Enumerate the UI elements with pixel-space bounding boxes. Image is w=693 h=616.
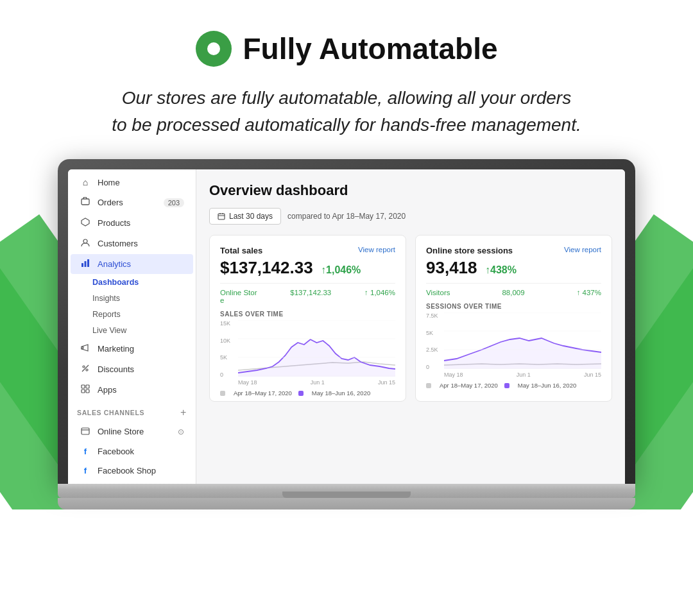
sessions-detail-label: Visitors [426, 289, 450, 296]
sidebar-item-products[interactable]: Products [71, 213, 193, 233]
y-label-5k-s: 5K [426, 330, 438, 336]
sidebar-item-apps[interactable]: Apps [71, 380, 193, 400]
laptop-screen: ⌂ Home Orders 203 Products [68, 169, 625, 484]
sessions-chart-label: SESSIONS OVER TIME [426, 303, 601, 310]
apps-icon [80, 384, 91, 395]
total-sales-view-report[interactable]: View report [358, 246, 395, 253]
online-store-icon [80, 426, 91, 437]
sidebar-sub-label-insights: Insights [92, 294, 120, 303]
sessions-value: 93,418 [426, 258, 477, 277]
subtitle-line1: Our stores are fully automatable, allowi… [122, 88, 571, 108]
sidebar-item-facebook[interactable]: f Facebook [71, 442, 193, 461]
sales-chart: 15K 10K 5K 0 [220, 320, 395, 391]
total-sales-title: Total sales [220, 246, 262, 255]
calendar-icon [218, 212, 225, 220]
sessions-title: Online store sessions [426, 246, 513, 255]
sidebar-sub-dashboards[interactable]: Dashboards [71, 275, 193, 290]
legend-dot-curr-sessions [504, 383, 509, 388]
sales-chart-svg [238, 320, 395, 378]
sales-chart-label: SALES OVER TIME [220, 311, 395, 318]
sales-chart-legend: Apr 18–May 17, 2020 May 18–Jun 16, 2020 [220, 389, 395, 397]
svg-rect-9 [81, 385, 85, 388]
page-title: Fully Automatable [243, 31, 498, 66]
sidebar-sub-label-reports: Reports [92, 310, 121, 319]
svg-point-8 [86, 369, 88, 371]
sidebar-item-online-store[interactable]: Online Store ⊙ [71, 422, 193, 441]
sessions-detail-value: 88,009 [502, 289, 524, 296]
page-header: Fully Automatable [0, 0, 693, 67]
sessions-percent: ↑438% [485, 264, 517, 275]
sidebar-sub-label-live-view: Live View [92, 326, 126, 335]
svg-point-7 [83, 366, 85, 368]
date-compare-label: compared to Apr 18–May 17, 2020 [287, 212, 406, 221]
x-label-jun15-s: Jun 15 [584, 372, 601, 378]
sidebar-item-orders[interactable]: Orders 203 [71, 193, 193, 212]
sidebar-item-home[interactable]: ⌂ Home [71, 173, 193, 192]
y-label-7-5k: 7.5K [426, 312, 438, 319]
date-range-button[interactable]: Last 30 days [209, 208, 281, 225]
sessions-header: Online store sessions View report [426, 246, 601, 255]
total-sales-detail-value: $137,142.33 [290, 289, 331, 304]
sidebar-sub-live-view[interactable]: Live View [71, 323, 193, 338]
legend-dot-prev-sessions [426, 383, 431, 388]
sidebar-item-discounts[interactable]: Discounts [71, 359, 193, 379]
add-sales-channel-button[interactable]: + [180, 407, 187, 418]
total-sales-value: $137,142.33 [220, 258, 313, 277]
sidebar-sub-reports[interactable]: Reports [71, 307, 193, 322]
total-sales-detail: Online Store $137,142.33 ↑ 1,046% [220, 283, 395, 304]
svg-rect-10 [86, 385, 89, 388]
sessions-chart-area [444, 312, 601, 370]
online-sessions-card: Online store sessions View report 93,418… [415, 235, 612, 402]
svg-point-2 [83, 239, 87, 243]
sessions-value-row: 93,418 ↑438% [426, 258, 601, 278]
legend-dot-prev-sales [220, 391, 225, 396]
svg-rect-4 [85, 261, 87, 267]
sidebar: ⌂ Home Orders 203 Products [68, 169, 196, 484]
sidebar-item-analytics[interactable]: Analytics [71, 254, 193, 274]
metric-cards: Total sales View report $137,142.33 ↑1,0… [209, 235, 612, 402]
sidebar-label-discounts: Discounts [98, 364, 134, 374]
svg-rect-0 [81, 199, 89, 205]
svg-marker-18 [238, 339, 395, 377]
date-filter-bar: Last 30 days compared to Apr 18–May 17, … [209, 208, 612, 225]
discounts-icon [80, 364, 91, 375]
total-sales-header: Total sales View report [220, 246, 395, 255]
svg-rect-17 [218, 214, 225, 219]
svg-marker-23 [444, 338, 601, 369]
sessions-detail: Visitors 88,009 ↑ 437% [426, 283, 601, 296]
sales-chart-x-labels: May 18 Jun 1 Jun 15 [238, 379, 395, 386]
y-label-5k: 5K [220, 354, 230, 361]
y-label-10k: 10K [220, 338, 230, 344]
orders-icon [80, 197, 91, 208]
home-icon: ⌂ [80, 177, 91, 187]
sidebar-item-customers[interactable]: Customers [71, 234, 193, 253]
x-label-jun1-s: Jun 1 [517, 372, 531, 378]
main-content: Overview dashboard Last 30 days compared… [196, 169, 625, 484]
y-label-15k: 15K [220, 320, 230, 327]
online-store-settings-icon[interactable]: ⊙ [178, 427, 184, 436]
sidebar-label-products: Products [98, 218, 130, 228]
legend-label-curr-sales: May 18–Jun 16, 2020 [312, 389, 370, 397]
svg-rect-12 [86, 389, 89, 393]
sidebar-label-orders: Orders [98, 198, 123, 207]
x-label-jun1: Jun 1 [311, 379, 325, 386]
total-sales-detail-label: Online Store [220, 289, 257, 304]
sales-chart-area [238, 320, 395, 378]
sidebar-item-facebook-shop[interactable]: f Facebook Shop [71, 461, 193, 480]
customers-icon [80, 238, 91, 249]
sessions-chart-legend: Apr 18–May 17, 2020 May 18–Jun 16, 2020 [426, 382, 601, 389]
marketing-icon [80, 343, 91, 354]
sessions-chart-y-labels: 7.5K 5K 2.5K 0 [426, 312, 438, 370]
x-label-jun15: Jun 15 [378, 379, 395, 386]
sales-channels-label: SALES CHANNELS + [68, 400, 196, 421]
sidebar-sub-insights[interactable]: Insights [71, 291, 193, 306]
sales-chart-y-labels: 15K 10K 5K 0 [220, 320, 230, 378]
products-icon [80, 218, 91, 228]
sessions-view-report[interactable]: View report [564, 246, 601, 253]
sidebar-item-marketing[interactable]: Marketing [71, 339, 193, 359]
laptop-stand [58, 498, 635, 509]
dashboard-title: Overview dashboard [209, 182, 612, 199]
svg-rect-5 [87, 259, 89, 267]
sidebar-label-online-store: Online Store [98, 427, 144, 436]
sidebar-label-facebook: Facebook [98, 447, 134, 456]
